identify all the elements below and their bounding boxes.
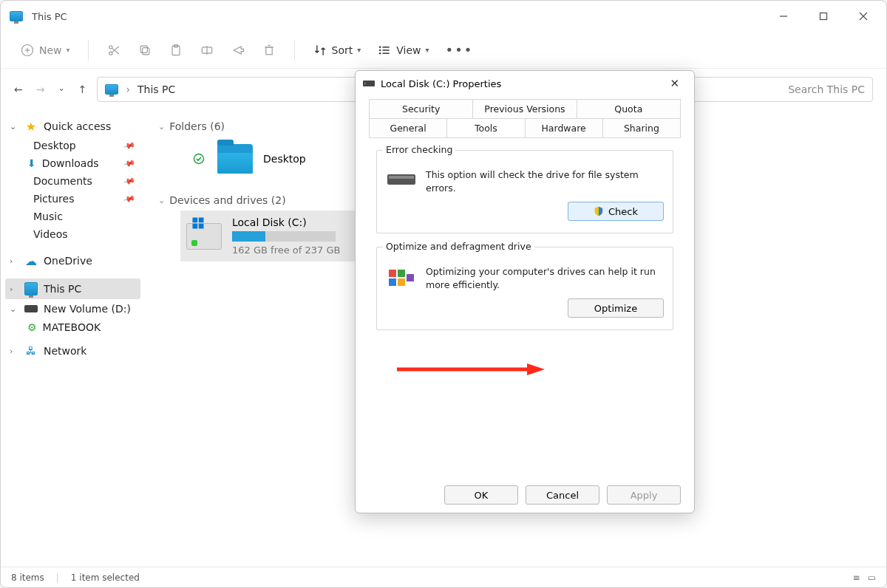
paste-button[interactable] bbox=[163, 38, 189, 62]
network-icon: 🖧 bbox=[24, 344, 38, 358]
copy-button[interactable] bbox=[132, 38, 158, 62]
svg-rect-35 bbox=[389, 270, 396, 277]
recent-button[interactable]: ⌄ bbox=[58, 83, 64, 95]
download-icon: ⬇ bbox=[27, 157, 36, 169]
dialog-body: Error checking This option will check th… bbox=[369, 137, 681, 477]
tab-tools[interactable]: Tools bbox=[447, 118, 525, 137]
svg-point-22 bbox=[379, 52, 381, 54]
folder-label: Desktop bbox=[263, 153, 306, 165]
sidebar-item-documents[interactable]: Documents📌 bbox=[5, 172, 140, 190]
sort-button[interactable]: Sort ▾ bbox=[307, 38, 367, 62]
pin-icon: 📌 bbox=[123, 192, 137, 205]
pin-icon: 📌 bbox=[123, 157, 137, 170]
minimize-button[interactable] bbox=[767, 4, 801, 28]
plus-circle-icon bbox=[20, 43, 35, 58]
drive-small-icon bbox=[386, 168, 417, 191]
sidebar-item-videos[interactable]: Videos bbox=[5, 225, 140, 243]
search-placeholder: Search This PC bbox=[788, 83, 865, 95]
drive-icon bbox=[24, 305, 38, 312]
titlebar: This PC bbox=[1, 1, 886, 32]
folder-icon bbox=[217, 144, 253, 174]
tab-sharing[interactable]: Sharing bbox=[603, 118, 681, 137]
sidebar-matebook[interactable]: ⚙MATEBOOK bbox=[5, 318, 140, 336]
cut-button[interactable] bbox=[101, 38, 127, 62]
up-button[interactable]: ↑ bbox=[78, 83, 87, 95]
optimize-legend: Optimize and defragment drive bbox=[383, 241, 534, 252]
toolbar: New ▾ Sort ▾ View ▾ ••• bbox=[1, 32, 886, 69]
defrag-icon bbox=[386, 265, 417, 287]
tab-previous-versions[interactable]: Previous Versions bbox=[473, 99, 577, 118]
clipboard-icon bbox=[169, 43, 183, 58]
star-icon: ★ bbox=[24, 120, 38, 133]
svg-rect-28 bbox=[199, 217, 204, 222]
folder-desktop[interactable]: Desktop bbox=[188, 141, 336, 177]
view-button[interactable]: View ▾ bbox=[371, 38, 435, 62]
device-icon: ⚙ bbox=[27, 321, 37, 333]
share-button[interactable] bbox=[225, 38, 251, 62]
drive-icon bbox=[363, 79, 375, 88]
properties-dialog: Local Disk (C:) Properties ✕ Security Pr… bbox=[355, 70, 695, 513]
status-items: 8 items bbox=[11, 572, 44, 583]
cancel-button[interactable]: Cancel bbox=[526, 485, 599, 505]
sidebar-onedrive[interactable]: ›☁OneDrive bbox=[5, 250, 140, 271]
optimize-button[interactable]: Optimize bbox=[568, 298, 664, 318]
svg-rect-11 bbox=[142, 47, 149, 54]
svg-point-8 bbox=[109, 45, 112, 48]
tab-hardware[interactable]: Hardware bbox=[526, 118, 603, 137]
sidebar-item-pictures[interactable]: Pictures📌 bbox=[5, 190, 140, 208]
forward-button[interactable]: → bbox=[36, 83, 45, 95]
delete-button[interactable] bbox=[256, 38, 282, 62]
more-button[interactable]: ••• bbox=[440, 38, 480, 62]
apply-button[interactable]: Apply bbox=[607, 485, 681, 505]
tab-general[interactable]: General bbox=[369, 118, 447, 137]
close-button[interactable] bbox=[846, 4, 880, 28]
copy-icon bbox=[137, 43, 152, 58]
scissors-icon bbox=[106, 43, 121, 58]
check-button[interactable]: Check bbox=[568, 202, 664, 221]
svg-point-20 bbox=[379, 46, 381, 48]
error-checking-legend: Error checking bbox=[383, 144, 455, 155]
tiles-view-button[interactable]: ▭ bbox=[868, 572, 876, 583]
dialog-titlebar: Local Disk (C:) Properties ✕ bbox=[356, 71, 694, 96]
thispc-icon bbox=[24, 282, 38, 295]
cloud-icon: ☁ bbox=[24, 254, 38, 267]
maximize-button[interactable] bbox=[806, 4, 840, 28]
thispc-icon bbox=[10, 11, 23, 21]
sidebar-item-downloads[interactable]: ⬇Downloads📌 bbox=[5, 154, 140, 172]
sidebar-new-volume[interactable]: ⌄New Volume (D:) bbox=[5, 299, 140, 318]
dialog-footer: OK Cancel Apply bbox=[356, 477, 694, 513]
new-button[interactable]: New ▾ bbox=[14, 38, 76, 62]
sidebar-network[interactable]: ›🖧Network bbox=[5, 341, 140, 361]
check-label: Check bbox=[608, 206, 638, 217]
optimize-label: Optimize bbox=[594, 303, 637, 314]
svg-rect-34 bbox=[389, 176, 414, 179]
dialog-close-button[interactable]: ✕ bbox=[662, 74, 687, 93]
window-title: This PC bbox=[32, 11, 67, 22]
ok-button[interactable]: OK bbox=[444, 485, 518, 505]
sidebar-quick-access[interactable]: ⌄★Quick access bbox=[5, 116, 140, 137]
more-icon: ••• bbox=[446, 42, 474, 58]
sidebar-item-desktop[interactable]: Desktop📌 bbox=[5, 137, 140, 154]
svg-point-32 bbox=[364, 83, 366, 84]
sidebar-item-music[interactable]: Music bbox=[5, 208, 140, 225]
svg-marker-41 bbox=[527, 363, 545, 375]
optimize-group: Optimize and defragment drive Optimizing… bbox=[376, 247, 673, 330]
sort-icon bbox=[313, 43, 327, 58]
dialog-title: Local Disk (C:) Properties bbox=[381, 78, 501, 89]
back-button[interactable]: ← bbox=[14, 83, 23, 95]
tab-security[interactable]: Security bbox=[369, 99, 473, 118]
svg-point-7 bbox=[109, 52, 112, 55]
rename-icon bbox=[200, 43, 214, 58]
status-bar: 8 items | 1 item selected ≡ ▭ bbox=[1, 567, 886, 587]
tab-quota[interactable]: Quota bbox=[577, 99, 681, 118]
details-view-button[interactable]: ≡ bbox=[853, 572, 860, 583]
rename-button[interactable] bbox=[194, 38, 220, 62]
sidebar-this-pc[interactable]: ›This PC bbox=[5, 278, 140, 299]
thispc-icon bbox=[105, 84, 118, 95]
svg-rect-37 bbox=[389, 278, 396, 286]
drive-label: Local Disk (C:) bbox=[232, 216, 340, 228]
svg-point-21 bbox=[379, 49, 381, 51]
error-checking-text: This option will check the drive for fil… bbox=[426, 168, 664, 194]
new-label: New bbox=[39, 44, 62, 56]
drive-usage-bar bbox=[232, 231, 336, 242]
